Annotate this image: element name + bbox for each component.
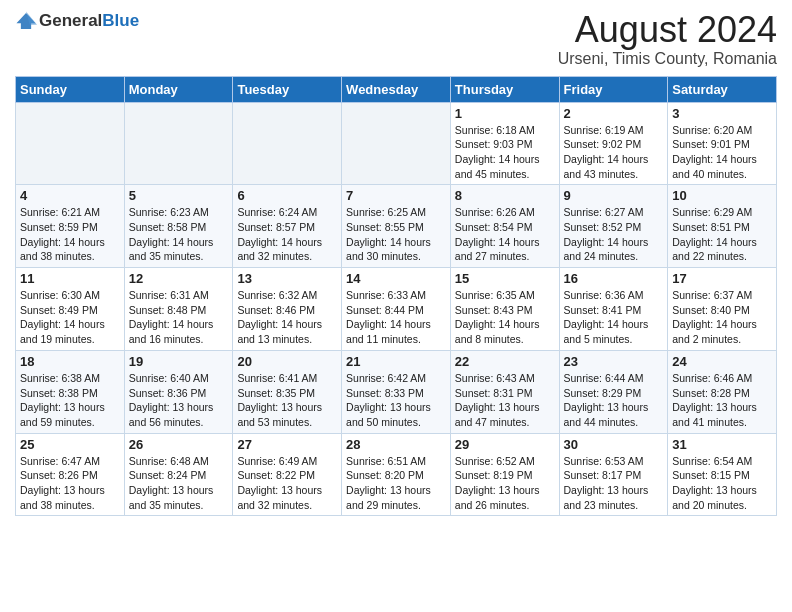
- calendar-cell: 6Sunrise: 6:24 AM Sunset: 8:57 PM Daylig…: [233, 185, 342, 268]
- day-number: 27: [237, 437, 337, 452]
- logo-blue: Blue: [102, 11, 139, 31]
- calendar-cell: 20Sunrise: 6:41 AM Sunset: 8:35 PM Dayli…: [233, 350, 342, 433]
- day-number: 26: [129, 437, 229, 452]
- page-header: General Blue August 2024 Urseni, Timis C…: [15, 10, 777, 68]
- calendar-cell: 25Sunrise: 6:47 AM Sunset: 8:26 PM Dayli…: [16, 433, 125, 516]
- day-number: 29: [455, 437, 555, 452]
- day-info: Sunrise: 6:54 AM Sunset: 8:15 PM Dayligh…: [672, 454, 772, 513]
- calendar-cell: 29Sunrise: 6:52 AM Sunset: 8:19 PM Dayli…: [450, 433, 559, 516]
- calendar-cell: 23Sunrise: 6:44 AM Sunset: 8:29 PM Dayli…: [559, 350, 668, 433]
- day-info: Sunrise: 6:49 AM Sunset: 8:22 PM Dayligh…: [237, 454, 337, 513]
- day-number: 2: [564, 106, 664, 121]
- day-number: 23: [564, 354, 664, 369]
- day-info: Sunrise: 6:20 AM Sunset: 9:01 PM Dayligh…: [672, 123, 772, 182]
- day-info: Sunrise: 6:26 AM Sunset: 8:54 PM Dayligh…: [455, 205, 555, 264]
- day-number: 25: [20, 437, 120, 452]
- day-info: Sunrise: 6:27 AM Sunset: 8:52 PM Dayligh…: [564, 205, 664, 264]
- day-number: 17: [672, 271, 772, 286]
- week-row-5: 25Sunrise: 6:47 AM Sunset: 8:26 PM Dayli…: [16, 433, 777, 516]
- day-number: 19: [129, 354, 229, 369]
- day-info: Sunrise: 6:47 AM Sunset: 8:26 PM Dayligh…: [20, 454, 120, 513]
- day-info: Sunrise: 6:48 AM Sunset: 8:24 PM Dayligh…: [129, 454, 229, 513]
- week-row-3: 11Sunrise: 6:30 AM Sunset: 8:49 PM Dayli…: [16, 268, 777, 351]
- calendar-cell: 2Sunrise: 6:19 AM Sunset: 9:02 PM Daylig…: [559, 102, 668, 185]
- day-info: Sunrise: 6:23 AM Sunset: 8:58 PM Dayligh…: [129, 205, 229, 264]
- weekday-header-saturday: Saturday: [668, 76, 777, 102]
- calendar-cell: 27Sunrise: 6:49 AM Sunset: 8:22 PM Dayli…: [233, 433, 342, 516]
- logo-icon: [15, 10, 37, 32]
- calendar-cell: 30Sunrise: 6:53 AM Sunset: 8:17 PM Dayli…: [559, 433, 668, 516]
- logo: General Blue: [15, 10, 139, 32]
- weekday-header-tuesday: Tuesday: [233, 76, 342, 102]
- day-info: Sunrise: 6:29 AM Sunset: 8:51 PM Dayligh…: [672, 205, 772, 264]
- calendar-cell: 31Sunrise: 6:54 AM Sunset: 8:15 PM Dayli…: [668, 433, 777, 516]
- calendar-cell: 26Sunrise: 6:48 AM Sunset: 8:24 PM Dayli…: [124, 433, 233, 516]
- day-info: Sunrise: 6:30 AM Sunset: 8:49 PM Dayligh…: [20, 288, 120, 347]
- day-info: Sunrise: 6:35 AM Sunset: 8:43 PM Dayligh…: [455, 288, 555, 347]
- weekday-header-row: SundayMondayTuesdayWednesdayThursdayFrid…: [16, 76, 777, 102]
- day-number: 5: [129, 188, 229, 203]
- week-row-2: 4Sunrise: 6:21 AM Sunset: 8:59 PM Daylig…: [16, 185, 777, 268]
- day-number: 11: [20, 271, 120, 286]
- day-number: 24: [672, 354, 772, 369]
- calendar-table: SundayMondayTuesdayWednesdayThursdayFrid…: [15, 76, 777, 517]
- weekday-header-monday: Monday: [124, 76, 233, 102]
- day-info: Sunrise: 6:18 AM Sunset: 9:03 PM Dayligh…: [455, 123, 555, 182]
- logo-general: General: [39, 11, 102, 31]
- weekday-header-thursday: Thursday: [450, 76, 559, 102]
- calendar-cell: [16, 102, 125, 185]
- day-info: Sunrise: 6:53 AM Sunset: 8:17 PM Dayligh…: [564, 454, 664, 513]
- day-number: 14: [346, 271, 446, 286]
- day-number: 12: [129, 271, 229, 286]
- calendar-cell: 1Sunrise: 6:18 AM Sunset: 9:03 PM Daylig…: [450, 102, 559, 185]
- week-row-4: 18Sunrise: 6:38 AM Sunset: 8:38 PM Dayli…: [16, 350, 777, 433]
- day-number: 8: [455, 188, 555, 203]
- day-info: Sunrise: 6:33 AM Sunset: 8:44 PM Dayligh…: [346, 288, 446, 347]
- day-info: Sunrise: 6:51 AM Sunset: 8:20 PM Dayligh…: [346, 454, 446, 513]
- day-number: 7: [346, 188, 446, 203]
- day-info: Sunrise: 6:31 AM Sunset: 8:48 PM Dayligh…: [129, 288, 229, 347]
- day-number: 28: [346, 437, 446, 452]
- calendar-cell: 19Sunrise: 6:40 AM Sunset: 8:36 PM Dayli…: [124, 350, 233, 433]
- month-title: August 2024: [558, 10, 777, 50]
- day-info: Sunrise: 6:46 AM Sunset: 8:28 PM Dayligh…: [672, 371, 772, 430]
- day-info: Sunrise: 6:44 AM Sunset: 8:29 PM Dayligh…: [564, 371, 664, 430]
- calendar-cell: 13Sunrise: 6:32 AM Sunset: 8:46 PM Dayli…: [233, 268, 342, 351]
- day-info: Sunrise: 6:37 AM Sunset: 8:40 PM Dayligh…: [672, 288, 772, 347]
- day-number: 20: [237, 354, 337, 369]
- day-info: Sunrise: 6:36 AM Sunset: 8:41 PM Dayligh…: [564, 288, 664, 347]
- day-number: 21: [346, 354, 446, 369]
- day-info: Sunrise: 6:19 AM Sunset: 9:02 PM Dayligh…: [564, 123, 664, 182]
- calendar-cell: [124, 102, 233, 185]
- calendar-cell: 14Sunrise: 6:33 AM Sunset: 8:44 PM Dayli…: [342, 268, 451, 351]
- calendar-cell: 21Sunrise: 6:42 AM Sunset: 8:33 PM Dayli…: [342, 350, 451, 433]
- day-info: Sunrise: 6:32 AM Sunset: 8:46 PM Dayligh…: [237, 288, 337, 347]
- calendar-cell: 16Sunrise: 6:36 AM Sunset: 8:41 PM Dayli…: [559, 268, 668, 351]
- calendar-cell: 12Sunrise: 6:31 AM Sunset: 8:48 PM Dayli…: [124, 268, 233, 351]
- calendar-cell: 5Sunrise: 6:23 AM Sunset: 8:58 PM Daylig…: [124, 185, 233, 268]
- calendar-cell: [342, 102, 451, 185]
- day-number: 4: [20, 188, 120, 203]
- location: Urseni, Timis County, Romania: [558, 50, 777, 68]
- day-info: Sunrise: 6:40 AM Sunset: 8:36 PM Dayligh…: [129, 371, 229, 430]
- weekday-header-wednesday: Wednesday: [342, 76, 451, 102]
- calendar-cell: 4Sunrise: 6:21 AM Sunset: 8:59 PM Daylig…: [16, 185, 125, 268]
- day-info: Sunrise: 6:21 AM Sunset: 8:59 PM Dayligh…: [20, 205, 120, 264]
- title-block: August 2024 Urseni, Timis County, Romani…: [558, 10, 777, 68]
- day-number: 31: [672, 437, 772, 452]
- day-number: 10: [672, 188, 772, 203]
- day-number: 13: [237, 271, 337, 286]
- calendar-cell: [233, 102, 342, 185]
- calendar-cell: 22Sunrise: 6:43 AM Sunset: 8:31 PM Dayli…: [450, 350, 559, 433]
- week-row-1: 1Sunrise: 6:18 AM Sunset: 9:03 PM Daylig…: [16, 102, 777, 185]
- day-info: Sunrise: 6:43 AM Sunset: 8:31 PM Dayligh…: [455, 371, 555, 430]
- day-info: Sunrise: 6:52 AM Sunset: 8:19 PM Dayligh…: [455, 454, 555, 513]
- day-info: Sunrise: 6:38 AM Sunset: 8:38 PM Dayligh…: [20, 371, 120, 430]
- weekday-header-friday: Friday: [559, 76, 668, 102]
- day-number: 3: [672, 106, 772, 121]
- calendar-cell: 9Sunrise: 6:27 AM Sunset: 8:52 PM Daylig…: [559, 185, 668, 268]
- calendar-cell: 28Sunrise: 6:51 AM Sunset: 8:20 PM Dayli…: [342, 433, 451, 516]
- day-number: 9: [564, 188, 664, 203]
- calendar-cell: 8Sunrise: 6:26 AM Sunset: 8:54 PM Daylig…: [450, 185, 559, 268]
- day-number: 16: [564, 271, 664, 286]
